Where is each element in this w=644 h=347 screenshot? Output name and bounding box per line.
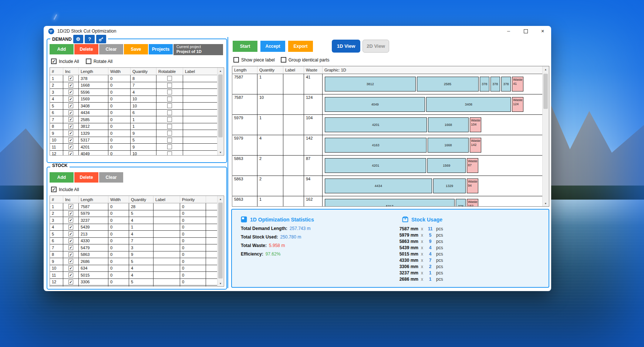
quantity-cell[interactable]: 10 xyxy=(131,103,156,109)
include-cell[interactable]: ✓ xyxy=(63,244,79,251)
table-row[interactable]: 8✓381201 xyxy=(50,123,218,130)
length-cell[interactable]: 809 xyxy=(79,286,108,286)
table-row[interactable]: 4✓5439010 xyxy=(50,224,218,231)
piece-segment[interactable]: 2585 xyxy=(417,77,479,91)
label-cell[interactable] xyxy=(154,217,180,224)
width-cell[interactable]: 0 xyxy=(108,279,129,286)
include-cell[interactable]: ✓ xyxy=(63,258,79,265)
rotatable-cell[interactable] xyxy=(156,89,183,96)
rotatable-cell[interactable] xyxy=(156,75,183,82)
checkbox-box[interactable]: ✓ xyxy=(68,252,73,257)
label-cell[interactable] xyxy=(154,251,180,258)
group-identical-checkbox[interactable]: Group identical parts xyxy=(281,57,330,63)
demand-save-button[interactable]: Save xyxy=(124,44,148,54)
quantity-cell[interactable]: 1 xyxy=(129,224,154,231)
show-piece-label-checkbox[interactable]: Show piece label xyxy=(233,57,275,63)
include-cell[interactable]: ✓ xyxy=(63,137,79,144)
include-cell[interactable]: ✓ xyxy=(63,116,79,123)
length-cell[interactable]: 3237 xyxy=(79,217,108,224)
piece-segment[interactable]: 4163 xyxy=(325,138,426,153)
demand-table[interactable]: #IncLengthWidthQuantityRotatableLabel 1✓… xyxy=(50,67,224,156)
checkbox-box[interactable]: ✓ xyxy=(68,110,73,115)
scrollbar-thumb[interactable] xyxy=(218,203,223,278)
length-cell[interactable]: 5439 xyxy=(79,224,108,231)
column-header[interactable]: Width xyxy=(108,196,129,203)
checkbox-box[interactable] xyxy=(167,117,172,122)
accept-button[interactable]: Accept xyxy=(260,41,285,52)
rotatable-cell[interactable] xyxy=(156,137,183,144)
include-cell[interactable]: ✓ xyxy=(63,210,79,217)
width-cell[interactable]: 0 xyxy=(108,224,129,231)
column-header[interactable]: # xyxy=(50,196,63,203)
demand-clear-button[interactable]: Clear xyxy=(99,44,123,54)
include-cell[interactable]: ✓ xyxy=(63,144,79,150)
piece-segment[interactable]: 378 xyxy=(456,199,466,206)
checkbox-box[interactable]: ✓ xyxy=(68,280,73,284)
checkbox-box[interactable] xyxy=(167,151,172,155)
quantity-cell[interactable]: 9 xyxy=(129,251,154,258)
width-cell[interactable]: 0 xyxy=(108,130,131,137)
table-row[interactable]: 5✓3408010 xyxy=(50,103,218,110)
table-row[interactable]: 13✓809090 xyxy=(50,286,218,286)
checkbox-box[interactable] xyxy=(281,57,286,63)
include-cell[interactable]: ✓ xyxy=(63,203,79,210)
result-row[interactable]: 586328742011569Waste87 xyxy=(232,156,543,176)
maximize-button[interactable] xyxy=(517,26,534,36)
checkbox-box[interactable]: ✓ xyxy=(68,76,73,81)
length-cell[interactable]: 5979 xyxy=(79,210,108,217)
label-cell[interactable] xyxy=(183,116,218,123)
piece-segment[interactable]: 1668 xyxy=(428,117,469,132)
minimize-button[interactable]: ─ xyxy=(500,26,517,36)
quantity-cell[interactable]: 3 xyxy=(129,244,154,251)
checkbox-box[interactable] xyxy=(167,97,172,101)
include-cell[interactable]: ✓ xyxy=(63,130,79,137)
label-cell[interactable] xyxy=(154,272,180,278)
stock-clear-button[interactable]: Clear xyxy=(99,172,123,183)
rotatable-cell[interactable] xyxy=(156,151,183,156)
view-1d-button[interactable]: 1D View xyxy=(332,40,360,53)
quantity-cell[interactable]: 5 xyxy=(129,258,154,265)
label-cell[interactable] xyxy=(154,224,180,231)
column-header[interactable]: Width xyxy=(108,68,131,75)
width-cell[interactable]: 0 xyxy=(108,203,129,210)
priority-cell[interactable]: 0 xyxy=(180,279,206,286)
width-cell[interactable]: 0 xyxy=(108,96,131,103)
priority-cell[interactable]: 0 xyxy=(180,286,206,286)
table-row[interactable]: 11✓420109 xyxy=(50,144,218,151)
license-button[interactable] xyxy=(96,35,106,43)
quantity-cell[interactable]: 1 xyxy=(131,116,156,123)
include-cell[interactable]: ✓ xyxy=(63,265,79,272)
width-cell[interactable]: 0 xyxy=(108,251,129,258)
length-cell[interactable]: 3408 xyxy=(79,103,108,109)
checkbox-box[interactable]: ✓ xyxy=(68,238,73,243)
width-cell[interactable]: 0 xyxy=(108,151,131,156)
checkbox-box[interactable]: ✓ xyxy=(68,225,73,230)
length-cell[interactable]: 5317 xyxy=(79,137,108,144)
rotatable-cell[interactable] xyxy=(156,130,183,137)
checkbox-box[interactable] xyxy=(233,57,239,63)
piece-segment[interactable]: 5317 xyxy=(325,199,455,206)
include-cell[interactable]: ✓ xyxy=(63,279,79,286)
piece-segment[interactable]: 1329 xyxy=(433,178,466,193)
label-cell[interactable] xyxy=(183,89,218,96)
table-row[interactable]: 1✓75870280 xyxy=(50,203,218,210)
column-header[interactable]: Inc xyxy=(63,68,79,75)
checkbox-box[interactable] xyxy=(167,76,172,81)
length-cell[interactable]: 5015 xyxy=(79,272,108,278)
piece-segment[interactable]: 378 xyxy=(501,77,511,91)
column-header[interactable]: Label xyxy=(283,66,304,74)
rotatable-cell[interactable] xyxy=(156,116,183,123)
label-cell[interactable] xyxy=(154,286,180,286)
quantity-cell[interactable]: 4 xyxy=(131,89,156,96)
quantity-cell[interactable]: 7 xyxy=(129,238,154,244)
checkbox-box[interactable]: ✓ xyxy=(68,124,73,129)
checkbox-box[interactable] xyxy=(167,83,172,88)
table-row[interactable]: 7✓5479030 xyxy=(50,244,218,251)
include-cell[interactable]: ✓ xyxy=(63,151,79,156)
include-cell[interactable]: ✓ xyxy=(63,231,79,237)
length-cell[interactable]: 1569 xyxy=(79,96,108,103)
width-cell[interactable]: 0 xyxy=(108,123,131,130)
length-cell[interactable]: 7587 xyxy=(79,203,108,210)
include-cell[interactable]: ✓ xyxy=(63,217,79,224)
results-table[interactable]: LengthQuantityLabelWasteGraphic: 1D 7587… xyxy=(232,66,549,207)
